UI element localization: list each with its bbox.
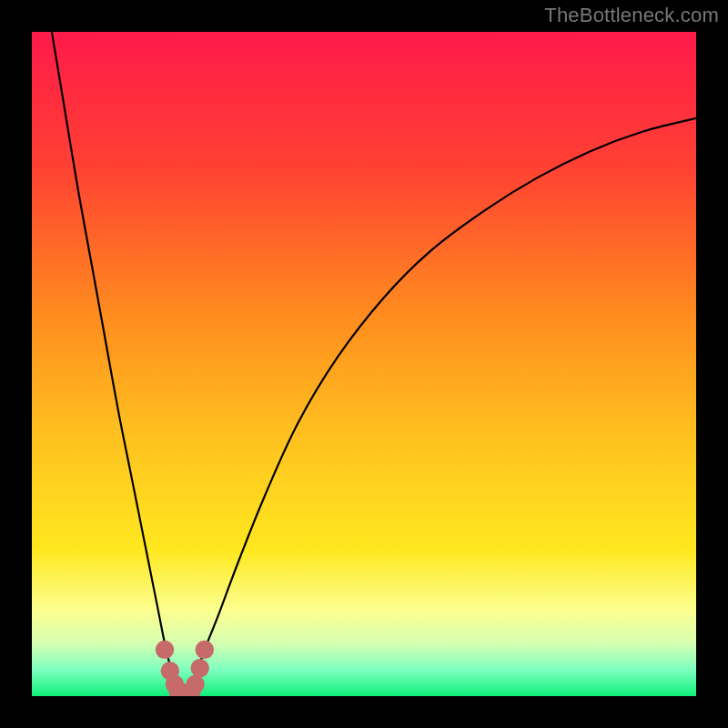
valley-marker bbox=[196, 641, 214, 659]
watermark-text: TheBottleneck.com bbox=[544, 4, 719, 27]
valley-marker bbox=[186, 675, 204, 693]
chart-background bbox=[32, 32, 696, 696]
chart-plot-area bbox=[32, 32, 696, 696]
valley-marker bbox=[156, 641, 174, 659]
chart-frame: TheBottleneck.com bbox=[0, 0, 728, 728]
valley-marker bbox=[190, 659, 208, 677]
chart-svg bbox=[32, 32, 696, 696]
